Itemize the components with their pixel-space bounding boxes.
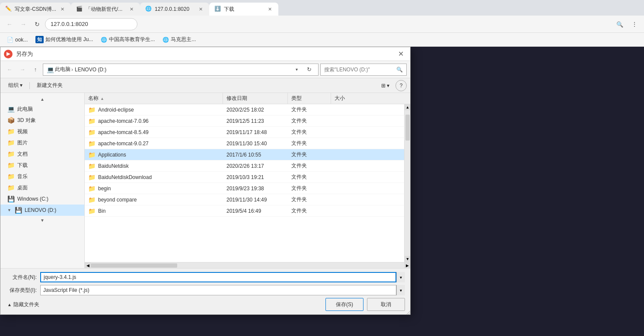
vscroll-up-button[interactable]: ▲ <box>405 104 410 110</box>
bookmark-4[interactable]: 🌐 马克思主... <box>159 35 199 45</box>
sidebar-item-download[interactable]: 📁 下载 <box>0 160 84 171</box>
sort-arrow-icon: ▲ <box>100 96 104 101</box>
col-size-header[interactable]: 大小 <box>331 93 410 104</box>
resize-handle[interactable] <box>405 309 410 314</box>
table-row[interactable]: 📁 BaiduNetdisk 2020/2/26 13:17 文件夹 <box>85 160 404 172</box>
tab3-close-icon[interactable]: ✕ <box>197 6 204 13</box>
sidebar-item-pc[interactable]: 💻 此电脑 <box>0 103 84 115</box>
browser-tab-3[interactable]: 🌐 127.0.0.1:8020 ✕ <box>140 3 209 16</box>
up-nav-button[interactable]: ↑ <box>30 64 41 75</box>
table-row[interactable]: 📁 Android-eclipse 2020/2/25 18:02 文件夹 <box>85 104 404 115</box>
doc-icon: 📁 <box>7 150 15 157</box>
col-type-header[interactable]: 类型 <box>288 93 331 104</box>
browser-tab-4[interactable]: ⬇️ 下载 ✕ <box>209 3 278 16</box>
vscroll-track[interactable] <box>405 110 410 256</box>
vertical-scrollbar[interactable]: ▲ ▼ <box>404 104 410 262</box>
dialog-actions: ▲ 隐藏文件夹 保存(S) 取消 <box>6 298 405 311</box>
bookmark-1[interactable]: 📄 ook... <box>3 35 31 45</box>
pc-icon: 💻 <box>7 106 15 112</box>
folder-icon: 📁 <box>88 163 96 170</box>
col-name-header[interactable]: 名称 ▲ <box>85 93 223 104</box>
filename-input[interactable] <box>40 272 396 282</box>
new-folder-label: 新建文件夹 <box>37 82 63 89</box>
back-nav-button[interactable]: ← <box>4 64 15 75</box>
table-row[interactable]: 📁 BaiduNetdiskDownload 2019/10/3 19:21 文… <box>85 172 404 183</box>
cmd-separator-1 <box>29 82 30 89</box>
filename-dropdown-arrow[interactable]: ▾ <box>396 272 405 282</box>
sidebar-scroll-down[interactable]: ▼ <box>0 216 84 224</box>
tab2-close-icon[interactable]: ✕ <box>128 6 135 13</box>
bookmark-2[interactable]: 知 如何优雅地使用 Ju... <box>32 35 96 45</box>
view-button[interactable]: ⊞ ▾ <box>377 80 394 91</box>
new-folder-button[interactable]: 新建文件夹 <box>32 80 67 91</box>
tab3-title: 127.0.0.1:8020 <box>155 6 194 12</box>
file-name-cell: 📁 BaiduNetdisk <box>85 163 223 170</box>
sidebar-item-3d[interactable]: 📦 3D 对象 <box>0 115 84 126</box>
tab4-close-icon[interactable]: ✕ <box>266 6 273 13</box>
desktop-icon: 📁 <box>7 184 15 191</box>
bookmark-3[interactable]: 🌐 中国高等教育学生... <box>97 35 158 45</box>
hscroll-thumb[interactable] <box>91 263 177 268</box>
browser-tab-1[interactable]: ✏️ 写文章-CSDN博... ✕ <box>0 3 71 16</box>
table-row[interactable]: 📁 apache-tomcat-8.5.49 2019/11/17 18:48 … <box>85 127 404 138</box>
forward-button[interactable]: → <box>17 18 29 30</box>
table-row[interactable]: 📁 apache-tomcat-7.0.96 2019/12/5 11:23 文… <box>85 115 404 127</box>
search-input[interactable] <box>324 67 395 73</box>
bookmark4-icon: 🌐 <box>163 37 169 43</box>
tab1-close-icon[interactable]: ✕ <box>59 6 66 13</box>
sidebar-doc-label: 文档 <box>17 150 28 158</box>
hide-folders-button[interactable]: ▲ 隐藏文件夹 <box>6 300 41 309</box>
sidebar-item-music[interactable]: 📁 音乐 <box>0 171 84 182</box>
download-icon: 📁 <box>7 162 15 169</box>
cancel-button[interactable]: 取消 <box>367 298 405 311</box>
horizontal-scrollbar[interactable]: ◀ ▶ <box>85 262 410 268</box>
col-size-label: 大小 <box>335 95 345 102</box>
forward-nav-button[interactable]: → <box>17 64 28 75</box>
tab2-title: 「动物新世代/... <box>86 6 125 13</box>
organize-button[interactable]: 组织 ▾ <box>4 80 27 91</box>
path-dropdown-button[interactable]: ▾ <box>292 65 301 74</box>
file-name-cell: 📁 beyond compare <box>85 196 223 203</box>
hscroll-right-button[interactable]: ▶ <box>404 262 410 269</box>
table-row[interactable]: 📁 apache-tomcat-9.0.27 2019/11/30 15:40 … <box>85 138 404 149</box>
vscroll-down-button[interactable]: ▼ <box>405 256 410 262</box>
table-row[interactable]: 📁 beyond compare 2019/11/30 14:49 文件夹 <box>85 194 404 205</box>
save-dialog: ▶ 另存为 ✕ ← → ↑ 💻 此电脑 › LENOVO (D:) <box>0 47 411 315</box>
hscroll-track[interactable] <box>91 262 404 269</box>
organize-label: 组织 ▾ <box>8 82 22 89</box>
vscroll-thumb[interactable] <box>405 115 410 141</box>
sidebar-item-picture[interactable]: 📁 图片 <box>0 137 84 148</box>
sidebar-item-desktop[interactable]: 📁 桌面 <box>0 182 84 193</box>
table-row[interactable]: 📁 Bin 2019/5/4 16:49 文件夹 <box>85 205 404 217</box>
filelist-body: 📁 Android-eclipse 2020/2/25 18:02 文件夹 📁 <box>85 104 404 262</box>
save-button[interactable]: 保存(S) <box>325 298 363 311</box>
filetype-select[interactable]: JavaScript File (*.js) <box>40 285 396 295</box>
sidebar-item-video[interactable]: 📁 视频 <box>0 126 84 137</box>
resize-icon <box>405 309 410 314</box>
table-row[interactable]: 📁 Applications 2017/1/6 10:55 文件夹 <box>85 149 404 160</box>
bookmarks-bar: 📄 ook... 知 如何优雅地使用 Ju... 🌐 中国高等教育学生... 🌐… <box>0 33 644 47</box>
back-button[interactable]: ← <box>3 18 16 30</box>
picture-icon: 📁 <box>7 139 15 146</box>
help-button[interactable]: ? <box>395 80 407 91</box>
extensions-button[interactable]: ⋮ <box>628 18 641 30</box>
sidebar-lenovod-label: LENOVO (D:) <box>25 207 56 213</box>
sidebar-item-doc[interactable]: 📁 文档 <box>0 148 84 160</box>
sidebar-item-winc[interactable]: 💾 Windows (C:) <box>0 193 84 205</box>
path-drive: LENOVO (D:) <box>75 67 106 73</box>
browser-tab-2[interactable]: 🎬 「动物新世代/... ✕ <box>71 3 140 16</box>
filetype-dropdown-arrow[interactable]: ▾ <box>396 285 405 295</box>
sidebar-item-lenovod[interactable]: ▼ 💾 LENOVO (D:) <box>0 205 84 216</box>
refresh-path-button[interactable]: ↻ <box>303 64 315 75</box>
address-bar[interactable] <box>45 18 137 30</box>
dialog-toolbar: ← → ↑ 💻 此电脑 › LENOVO (D:) ▾ ↻ <box>0 61 410 78</box>
sidebar-scroll-up[interactable]: ▲ <box>0 95 84 103</box>
hscroll-left-button[interactable]: ◀ <box>85 262 91 269</box>
refresh-button[interactable]: ↻ <box>31 18 43 30</box>
dialog-close-button[interactable]: ✕ <box>395 48 407 60</box>
dialog-main: ▲ 💻 此电脑 📦 3D 对象 📁 视频 📁 <box>0 93 410 268</box>
table-row[interactable]: 📁 begin 2019/9/23 19:38 文件夹 <box>85 183 404 194</box>
3d-icon: 📦 <box>7 117 15 124</box>
col-date-header[interactable]: 修改日期 <box>223 93 288 104</box>
video-icon: 📁 <box>7 128 15 135</box>
